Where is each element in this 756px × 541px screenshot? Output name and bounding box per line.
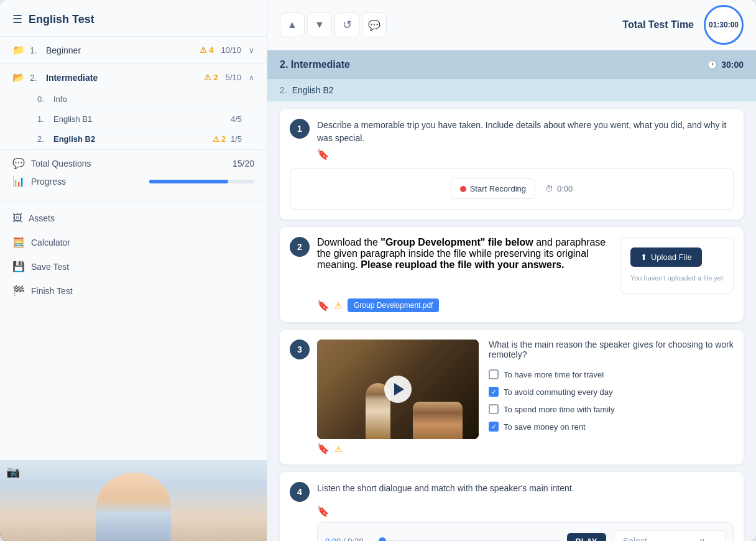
q2-text: Download the "Group Development" file be… [317, 237, 610, 270]
q2-bookmark[interactable]: 🔖 [317, 300, 330, 312]
subsection-b2[interactable]: 2. English B2 ⚠2 1/5 [37, 129, 254, 149]
action-items: 🖼 Assets 🧮 Calculator 💾 Save Test 🏁 Fini… [0, 201, 267, 308]
flag-icon: 🏁 [12, 285, 25, 297]
recording-area: Start Recording ⏱ 0:00 [290, 168, 734, 210]
subsection-bar-num: 2. [280, 85, 287, 95]
nav-down-button[interactable]: ▼ [307, 12, 332, 37]
q3-text: What is the main reason the speaker give… [489, 340, 734, 359]
question-4-card: 4 Listen the short dialogue and match wi… [280, 472, 744, 541]
upload-icon: ⬆ [640, 252, 647, 262]
progress-fill [149, 180, 228, 183]
options-list: What is the main reason the speaker give… [489, 340, 734, 435]
calculator-icon: 🧮 [12, 236, 25, 248]
answer-select[interactable]: Select ∨ [614, 530, 726, 541]
timer-circle: 01:30:00 [704, 5, 744, 45]
q1-header: 1 Describe a memorable trip you have tak… [290, 119, 734, 145]
section-time: 30:00 [721, 60, 744, 70]
warning-triangle-icon: ⚠ [200, 45, 207, 55]
record-label: Start Recording [470, 184, 526, 193]
calculator-item[interactable]: 🧮 Calculator [0, 230, 267, 254]
total-time-label: Total Test Time [622, 19, 694, 30]
q1-timer: 0:00 [557, 184, 573, 193]
camera-preview: 📷 [0, 460, 267, 541]
file-download-tag[interactable]: Group Development.pdf [348, 298, 439, 312]
start-recording-button[interactable]: Start Recording [451, 178, 535, 199]
q3-warning: ⚠ [334, 444, 343, 454]
option-3-text: To spend more time with family [504, 405, 614, 414]
section-2-name: Intermediate [46, 73, 199, 83]
question-3-card: 3 [280, 330, 744, 465]
checkbox-4[interactable]: ✓ [489, 422, 499, 432]
q1-bookmark[interactable]: 🔖 [317, 149, 330, 160]
camera-icon: 📷 [6, 465, 20, 479]
q3-number: 3 [290, 340, 310, 359]
timer-display: 01:30:00 [709, 21, 739, 29]
assets-label: Assets [29, 213, 55, 223]
q4-bookmark[interactable]: 🔖 [317, 506, 330, 517]
section-header-title: 2. Intermediate [280, 59, 350, 70]
sidebar-title: English Test [29, 13, 94, 26]
main-content: ▲ ▼ ↺ 💬 Total Test Time 01:30:00 2. Inte… [267, 0, 756, 541]
stats-section: 💬 Total Questions 15/20 📊 Progress [0, 150, 267, 201]
save-icon: 💾 [12, 261, 25, 272]
q3-header: 3 [290, 340, 734, 439]
q4-number: 4 [290, 482, 310, 502]
section-2-warning: ⚠ 2 [204, 73, 218, 82]
subsection-b2-score: 1/5 [231, 134, 242, 144]
finish-test-item[interactable]: 🏁 Finish Test [0, 279, 267, 303]
nav-up-button[interactable]: ▲ [280, 12, 305, 37]
subsection-info[interactable]: 0. Info [37, 90, 254, 109]
progress-icon: 📊 [12, 175, 25, 187]
section-beginner[interactable]: 📁 1. Beginner ⚠ 4 10/10 ∨ [0, 37, 267, 64]
video-question: What is the main reason the speaker give… [317, 340, 734, 439]
menu-icon[interactable]: ☰ [12, 12, 22, 26]
section-1-score: 10/10 [221, 45, 241, 55]
checkbox-2[interactable]: ✓ [489, 387, 499, 397]
audio-play-button[interactable]: PLAY [567, 533, 606, 542]
timer-display-q1: ⏱ 0:00 [545, 184, 573, 193]
audio-time-display: 0:00 / 0:38 [325, 537, 375, 542]
assets-item[interactable]: 🖼 Assets [0, 206, 267, 230]
save-label: Save Test [31, 262, 69, 272]
refresh-button[interactable]: ↺ [334, 12, 359, 37]
subsection-b1-score: 4/5 [231, 114, 242, 124]
upload-label: Upload File [651, 252, 692, 262]
dropdown-chevron-icon: ∨ [699, 537, 705, 541]
question-1-card: 1 Describe a memorable trip you have tak… [280, 109, 744, 220]
subsection-b1[interactable]: 1. English B1 4/5 [37, 109, 254, 129]
question-2-card: 2 Download the "Group Development" file … [280, 227, 744, 322]
checkbox-1[interactable] [489, 369, 499, 379]
video-play-button[interactable] [384, 376, 412, 403]
top-toolbar: ▲ ▼ ↺ 💬 Total Test Time 01:30:00 [267, 0, 756, 50]
record-dot [460, 186, 466, 192]
finish-label: Finish Test [31, 286, 73, 296]
save-test-item[interactable]: 💾 Save Test [0, 254, 267, 279]
subsection-list: 0. Info 1. English B1 4/5 2. English B2 … [12, 90, 254, 149]
chat-button[interactable]: 💬 [362, 12, 387, 37]
chevron-down-icon: ∨ [249, 46, 254, 55]
total-questions-row: 💬 Total Questions 15/20 [12, 157, 254, 169]
option-4-text: To save money on rent [504, 422, 586, 432]
section-2-num: 2. [30, 73, 41, 83]
section-header-bar: 2. Intermediate 🕐 30:00 [267, 50, 756, 79]
total-questions-label: Total Questions [31, 159, 226, 169]
q4-header: 4 Listen the short dialogue and match wi… [290, 482, 734, 502]
section-1-name: Beginner [46, 45, 195, 55]
option-2[interactable]: ✓ To avoid commuting every day [489, 383, 734, 400]
q2-number: 2 [290, 237, 310, 257]
option-4[interactable]: ✓ To save money on rent [489, 418, 734, 435]
subsection-b2-name: English B2 [53, 134, 208, 144]
select-placeholder: Select [623, 536, 647, 541]
video-thumbnail[interactable] [317, 340, 479, 439]
play-icon [394, 383, 404, 395]
total-questions-value: 15/20 [233, 159, 254, 169]
section-1-num: 1. [30, 45, 41, 55]
option-3[interactable]: To spend more time with family [489, 400, 734, 418]
upload-file-button[interactable]: ⬆ Upload File [630, 247, 702, 267]
folder-closed-icon: 📁 [12, 44, 25, 56]
checkbox-3[interactable] [489, 404, 499, 414]
q2-warning-icon: ⚠ [334, 300, 343, 310]
section-intermediate[interactable]: 📂 2. Intermediate ⚠ 2 5/10 ∧ 0. Info 1. … [0, 64, 267, 150]
q3-bookmark[interactable]: 🔖 [317, 443, 330, 455]
option-1[interactable]: To have more time for travel [489, 366, 734, 383]
